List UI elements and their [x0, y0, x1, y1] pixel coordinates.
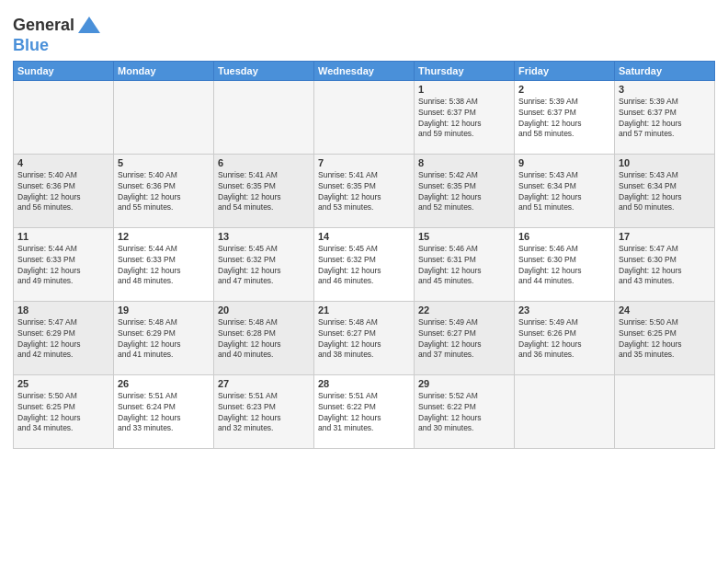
- day-number: 16: [518, 231, 610, 242]
- day-number: 28: [318, 378, 410, 389]
- day-number: 12: [118, 231, 210, 242]
- calendar-day-12: 12Sunrise: 5:44 AM Sunset: 6:33 PM Dayli…: [114, 227, 214, 301]
- page-container: General Blue SundayMondayTuesdayWednesda…: [0, 0, 728, 563]
- calendar-day-empty: [515, 374, 615, 448]
- day-info: Sunrise: 5:45 AM Sunset: 6:32 PM Dayligh…: [218, 244, 310, 288]
- day-info: Sunrise: 5:47 AM Sunset: 6:30 PM Dayligh…: [619, 244, 711, 288]
- svg-marker-0: [78, 17, 100, 33]
- calendar-day-5: 5Sunrise: 5:40 AM Sunset: 6:36 PM Daylig…: [114, 154, 214, 227]
- day-info: Sunrise: 5:48 AM Sunset: 6:29 PM Dayligh…: [118, 317, 210, 362]
- day-number: 3: [619, 84, 711, 95]
- day-info: Sunrise: 5:51 AM Sunset: 6:23 PM Dayligh…: [218, 391, 310, 435]
- day-info: Sunrise: 5:50 AM Sunset: 6:25 PM Dayligh…: [17, 391, 109, 435]
- day-info: Sunrise: 5:44 AM Sunset: 6:33 PM Dayligh…: [17, 244, 109, 288]
- day-info: Sunrise: 5:49 AM Sunset: 6:27 PM Dayligh…: [418, 317, 510, 362]
- calendar-day-19: 19Sunrise: 5:48 AM Sunset: 6:29 PM Dayli…: [114, 301, 214, 374]
- calendar-day-26: 26Sunrise: 5:51 AM Sunset: 6:24 PM Dayli…: [114, 374, 214, 448]
- day-info: Sunrise: 5:40 AM Sunset: 6:36 PM Dayligh…: [118, 170, 210, 214]
- logo-text-block: General Blue: [13, 13, 102, 55]
- calendar-day-empty: [114, 80, 214, 154]
- calendar-day-17: 17Sunrise: 5:47 AM Sunset: 6:30 PM Dayli…: [615, 227, 715, 301]
- calendar-day-29: 29Sunrise: 5:52 AM Sunset: 6:22 PM Dayli…: [415, 374, 515, 448]
- day-number: 19: [118, 304, 210, 316]
- day-number: 15: [418, 231, 510, 242]
- day-info: Sunrise: 5:43 AM Sunset: 6:34 PM Dayligh…: [518, 170, 610, 214]
- day-info: Sunrise: 5:40 AM Sunset: 6:36 PM Dayligh…: [17, 170, 109, 214]
- day-info: Sunrise: 5:46 AM Sunset: 6:30 PM Dayligh…: [518, 244, 610, 288]
- day-number: 26: [118, 378, 210, 389]
- calendar-day-14: 14Sunrise: 5:45 AM Sunset: 6:32 PM Dayli…: [314, 227, 415, 301]
- calendar-day-28: 28Sunrise: 5:51 AM Sunset: 6:22 PM Dayli…: [314, 374, 415, 448]
- day-number: 9: [518, 157, 610, 168]
- calendar-week-row: 11Sunrise: 5:44 AM Sunset: 6:33 PM Dayli…: [14, 227, 715, 301]
- day-info: Sunrise: 5:47 AM Sunset: 6:29 PM Dayligh…: [17, 317, 109, 362]
- day-number: 25: [17, 378, 109, 389]
- day-number: 17: [619, 231, 711, 242]
- header: General Blue: [13, 9, 715, 55]
- day-info: Sunrise: 5:51 AM Sunset: 6:22 PM Dayligh…: [318, 391, 410, 435]
- day-number: 6: [218, 157, 310, 168]
- calendar-day-21: 21Sunrise: 5:48 AM Sunset: 6:27 PM Dayli…: [314, 301, 415, 374]
- calendar-day-9: 9Sunrise: 5:43 AM Sunset: 6:34 PM Daylig…: [515, 154, 615, 227]
- weekday-header-monday: Monday: [114, 61, 214, 80]
- calendar-day-13: 13Sunrise: 5:45 AM Sunset: 6:32 PM Dayli…: [214, 227, 314, 301]
- day-number: 4: [17, 157, 109, 168]
- calendar-day-empty: [314, 80, 415, 154]
- day-info: Sunrise: 5:49 AM Sunset: 6:26 PM Dayligh…: [518, 317, 610, 362]
- day-info: Sunrise: 5:46 AM Sunset: 6:31 PM Dayligh…: [418, 244, 510, 288]
- calendar-day-empty: [615, 374, 715, 448]
- day-info: Sunrise: 5:48 AM Sunset: 6:27 PM Dayligh…: [318, 317, 410, 362]
- day-info: Sunrise: 5:51 AM Sunset: 6:24 PM Dayligh…: [118, 391, 210, 435]
- day-info: Sunrise: 5:43 AM Sunset: 6:34 PM Dayligh…: [619, 170, 711, 214]
- day-number: 10: [619, 157, 711, 168]
- calendar-week-row: 25Sunrise: 5:50 AM Sunset: 6:25 PM Dayli…: [14, 374, 715, 448]
- day-number: 18: [17, 304, 109, 316]
- calendar-week-row: 18Sunrise: 5:47 AM Sunset: 6:29 PM Dayli…: [14, 301, 715, 374]
- weekday-header-thursday: Thursday: [415, 61, 515, 80]
- day-info: Sunrise: 5:50 AM Sunset: 6:25 PM Dayligh…: [619, 317, 711, 362]
- day-info: Sunrise: 5:52 AM Sunset: 6:22 PM Dayligh…: [418, 391, 510, 435]
- calendar-table: SundayMondayTuesdayWednesdayThursdayFrid…: [13, 61, 715, 449]
- day-number: 11: [17, 231, 109, 242]
- day-number: 23: [518, 304, 610, 316]
- weekday-header-wednesday: Wednesday: [314, 61, 415, 80]
- day-number: 1: [418, 84, 510, 95]
- day-number: 2: [518, 84, 610, 95]
- day-number: 20: [218, 304, 310, 316]
- day-info: Sunrise: 5:39 AM Sunset: 6:37 PM Dayligh…: [619, 97, 711, 141]
- day-number: 27: [218, 378, 310, 389]
- day-number: 8: [418, 157, 510, 168]
- day-number: 13: [218, 231, 310, 242]
- day-info: Sunrise: 5:42 AM Sunset: 6:35 PM Dayligh…: [418, 170, 510, 214]
- day-number: 21: [318, 304, 410, 316]
- calendar-day-20: 20Sunrise: 5:48 AM Sunset: 6:28 PM Dayli…: [214, 301, 314, 374]
- calendar-day-1: 1Sunrise: 5:38 AM Sunset: 6:37 PM Daylig…: [415, 80, 515, 154]
- day-info: Sunrise: 5:41 AM Sunset: 6:35 PM Dayligh…: [318, 170, 410, 214]
- calendar-day-23: 23Sunrise: 5:49 AM Sunset: 6:26 PM Dayli…: [515, 301, 615, 374]
- calendar-day-8: 8Sunrise: 5:42 AM Sunset: 6:35 PM Daylig…: [415, 154, 515, 227]
- calendar-day-15: 15Sunrise: 5:46 AM Sunset: 6:31 PM Dayli…: [415, 227, 515, 301]
- day-info: Sunrise: 5:39 AM Sunset: 6:37 PM Dayligh…: [518, 97, 610, 141]
- day-number: 5: [118, 157, 210, 168]
- calendar-day-2: 2Sunrise: 5:39 AM Sunset: 6:37 PM Daylig…: [515, 80, 615, 154]
- calendar-day-11: 11Sunrise: 5:44 AM Sunset: 6:33 PM Dayli…: [14, 227, 114, 301]
- day-number: 7: [318, 157, 410, 168]
- day-number: 22: [418, 304, 510, 316]
- weekday-header-friday: Friday: [515, 61, 615, 80]
- calendar-day-18: 18Sunrise: 5:47 AM Sunset: 6:29 PM Dayli…: [14, 301, 114, 374]
- day-number: 29: [418, 378, 510, 389]
- logo-blue: Blue: [13, 37, 49, 55]
- weekday-header-tuesday: Tuesday: [214, 61, 314, 80]
- calendar-day-4: 4Sunrise: 5:40 AM Sunset: 6:36 PM Daylig…: [14, 154, 114, 227]
- calendar-day-empty: [214, 80, 314, 154]
- weekday-header-saturday: Saturday: [615, 61, 715, 80]
- weekday-header-sunday: Sunday: [14, 61, 114, 80]
- day-info: Sunrise: 5:45 AM Sunset: 6:32 PM Dayligh…: [318, 244, 410, 288]
- day-info: Sunrise: 5:48 AM Sunset: 6:28 PM Dayligh…: [218, 317, 310, 362]
- calendar-day-3: 3Sunrise: 5:39 AM Sunset: 6:37 PM Daylig…: [615, 80, 715, 154]
- logo: General Blue: [13, 13, 102, 55]
- calendar-day-10: 10Sunrise: 5:43 AM Sunset: 6:34 PM Dayli…: [615, 154, 715, 227]
- calendar-day-empty: [14, 80, 114, 154]
- calendar-day-6: 6Sunrise: 5:41 AM Sunset: 6:35 PM Daylig…: [214, 154, 314, 227]
- weekday-header-row: SundayMondayTuesdayWednesdayThursdayFrid…: [14, 61, 715, 80]
